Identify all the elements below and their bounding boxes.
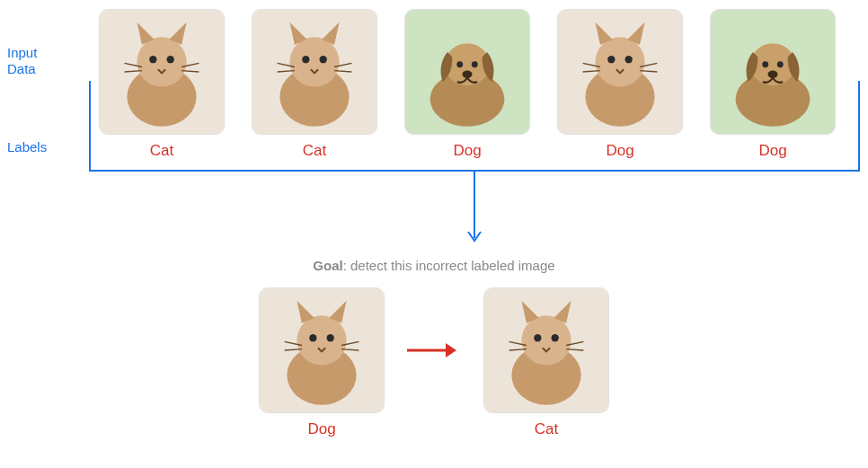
labels-label: Labels xyxy=(7,139,47,155)
funnel-bracket-icon xyxy=(88,81,863,252)
svg-point-38 xyxy=(767,71,777,78)
svg-point-23 xyxy=(462,71,472,78)
svg-point-26 xyxy=(595,37,644,86)
bottom-image-1-label: Dog xyxy=(307,420,335,438)
svg-point-53 xyxy=(534,334,541,341)
bottom-image-1: Dog xyxy=(259,287,385,438)
svg-point-4 xyxy=(167,56,174,63)
goal-text-row: Goal: detect this incorrect labeled imag… xyxy=(0,258,868,273)
svg-point-52 xyxy=(521,315,571,365)
svg-point-42 xyxy=(297,315,346,365)
svg-point-11 xyxy=(289,37,339,86)
input-label-line2: Data xyxy=(7,61,36,76)
svg-point-36 xyxy=(762,61,768,67)
goal-prefix: Goal xyxy=(313,258,342,273)
svg-point-44 xyxy=(327,334,334,341)
svg-point-21 xyxy=(456,61,463,67)
bottom-image-2-label: Cat xyxy=(535,420,558,438)
svg-point-3 xyxy=(149,56,156,63)
svg-point-2 xyxy=(137,37,186,86)
bottom-image-2-box xyxy=(483,287,609,413)
svg-point-43 xyxy=(309,334,316,341)
svg-point-12 xyxy=(302,56,309,63)
bottom-image-2: Cat xyxy=(483,287,609,438)
svg-point-37 xyxy=(777,61,784,67)
goal-text: : detect this incorrect labeled image xyxy=(343,258,555,273)
input-data-label: Input Data xyxy=(7,45,37,77)
svg-point-13 xyxy=(320,56,327,63)
svg-point-22 xyxy=(472,61,478,67)
correction-row: Dog Cat xyxy=(0,287,868,438)
svg-point-28 xyxy=(625,56,633,63)
svg-point-54 xyxy=(552,334,559,341)
bottom-image-1-box xyxy=(259,287,385,413)
correction-arrow-icon xyxy=(403,287,465,413)
svg-point-27 xyxy=(607,56,615,63)
input-label-line1: Input xyxy=(7,45,37,60)
